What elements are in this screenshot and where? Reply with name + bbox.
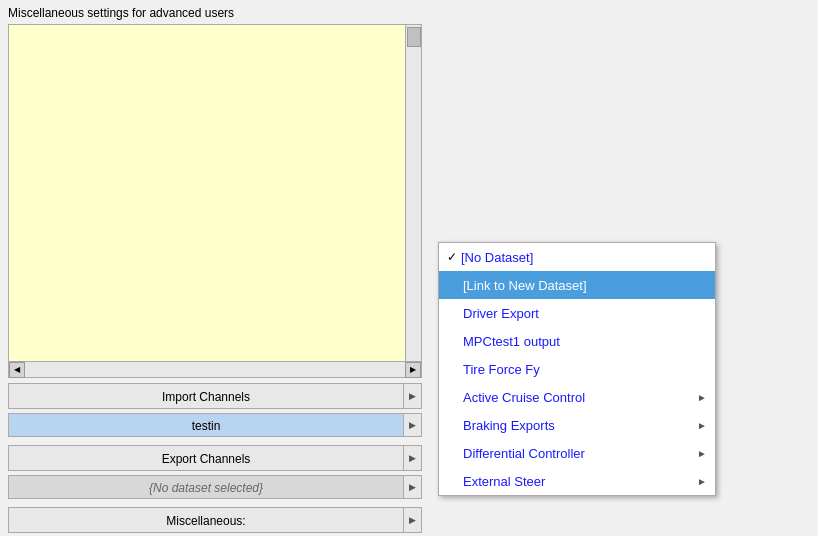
scroll-right-button[interactable]: ▶ (405, 362, 421, 378)
miscellaneous-expand[interactable]: ▶ (404, 507, 422, 533)
text-area (8, 24, 422, 362)
miscellaneous-button[interactable]: Miscellaneous: (8, 507, 404, 533)
horizontal-scrollbar[interactable]: ◀ ▶ (8, 362, 422, 378)
submenu-arrow-icon: ► (697, 420, 707, 431)
import-channels-button[interactable]: Import Channels (8, 383, 404, 409)
dropdown-item-label: Differential Controller (463, 446, 697, 461)
dropdown-item-differential-controller[interactable]: Differential Controller► (439, 439, 715, 467)
dropdown-item-label: External Steer (463, 474, 697, 489)
scroll-left-button[interactable]: ◀ (9, 362, 25, 378)
dropdown-item-driver-export[interactable]: Driver Export (439, 299, 715, 327)
dropdown-item-label: Driver Export (463, 306, 707, 321)
dropdown-item-label: Active Cruise Control (463, 390, 697, 405)
import-channels-section: Import Channels ▶ (8, 382, 422, 410)
submenu-arrow-icon: ► (697, 448, 707, 459)
main-panel: Miscellaneous settings for advanced user… (0, 0, 430, 536)
scrollbar-h-track (25, 362, 405, 377)
no-dataset-value[interactable]: {No dataset selected} (8, 475, 404, 499)
export-channels-button[interactable]: Export Channels (8, 445, 404, 471)
export-channels-section: Export Channels ▶ (8, 444, 422, 472)
import-channels-expand[interactable]: ▶ (404, 383, 422, 409)
dropdown-item-mpctest1-output[interactable]: MPCtest1 output (439, 327, 715, 355)
import-channel-row: testin ▶ (8, 412, 422, 438)
miscellaneous-section: Miscellaneous: ▶ (8, 506, 422, 534)
misc-settings-label: Miscellaneous settings for advanced user… (0, 0, 430, 24)
dropdown-item-label: MPCtest1 output (463, 334, 707, 349)
import-channel-value[interactable]: testin (8, 413, 404, 437)
dropdown-menu: ✓[No Dataset][Link to New Dataset]Driver… (438, 242, 716, 496)
submenu-arrow-icon: ► (697, 392, 707, 403)
export-channels-expand[interactable]: ▶ (404, 445, 422, 471)
vertical-scrollbar[interactable] (405, 25, 421, 361)
dropdown-item-active-cruise-control[interactable]: Active Cruise Control► (439, 383, 715, 411)
dropdown-item-braking-exports[interactable]: Braking Exports► (439, 411, 715, 439)
check-icon: ✓ (447, 250, 457, 264)
import-channel-expand[interactable]: ▶ (404, 413, 422, 437)
dropdown-item-label: Braking Exports (463, 418, 697, 433)
dropdown-item-label: [Link to New Dataset] (463, 278, 707, 293)
dropdown-item-external-steer[interactable]: External Steer► (439, 467, 715, 495)
submenu-arrow-icon: ► (697, 476, 707, 487)
dropdown-item-no-dataset[interactable]: ✓[No Dataset] (439, 243, 715, 271)
scrollbar-thumb[interactable] (407, 27, 421, 47)
no-dataset-expand[interactable]: ▶ (404, 475, 422, 499)
dropdown-item-link-new-dataset[interactable]: [Link to New Dataset] (439, 271, 715, 299)
dropdown-item-label: Tire Force Fy (463, 362, 707, 377)
no-dataset-row: {No dataset selected} ▶ (8, 474, 422, 500)
dropdown-item-label: [No Dataset] (461, 250, 707, 265)
dropdown-item-tire-force-fy[interactable]: Tire Force Fy (439, 355, 715, 383)
